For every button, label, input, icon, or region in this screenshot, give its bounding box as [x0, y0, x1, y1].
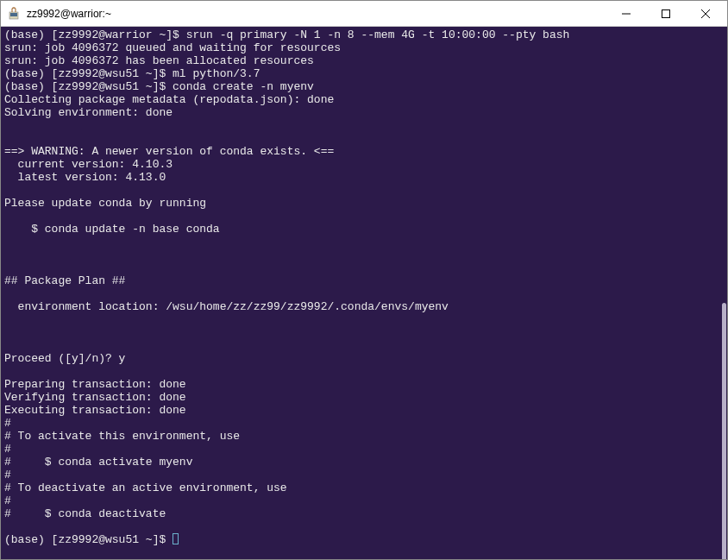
svg-rect-1 — [10, 13, 17, 16]
terminal-area: (base) [zz9992@warrior ~]$ srun -q prima… — [1, 27, 727, 559]
close-button[interactable] — [686, 2, 725, 26]
scrollbar[interactable] — [717, 27, 727, 559]
window-controls — [606, 2, 725, 26]
terminal-content[interactable]: (base) [zz9992@warrior ~]$ srun -q prima… — [1, 27, 717, 559]
maximize-button[interactable] — [646, 2, 686, 26]
titlebar[interactable]: zz9992@warrior:~ — [1, 1, 727, 27]
svg-rect-3 — [662, 9, 670, 17]
terminal-cursor — [173, 533, 179, 544]
app-icon — [8, 7, 22, 21]
minimize-button[interactable] — [606, 2, 646, 26]
window-title: zz9992@warrior:~ — [27, 8, 606, 20]
terminal-window: zz9992@warrior:~ (base) [zz9992@warrior … — [0, 0, 728, 560]
scrollbar-thumb[interactable] — [722, 303, 726, 559]
